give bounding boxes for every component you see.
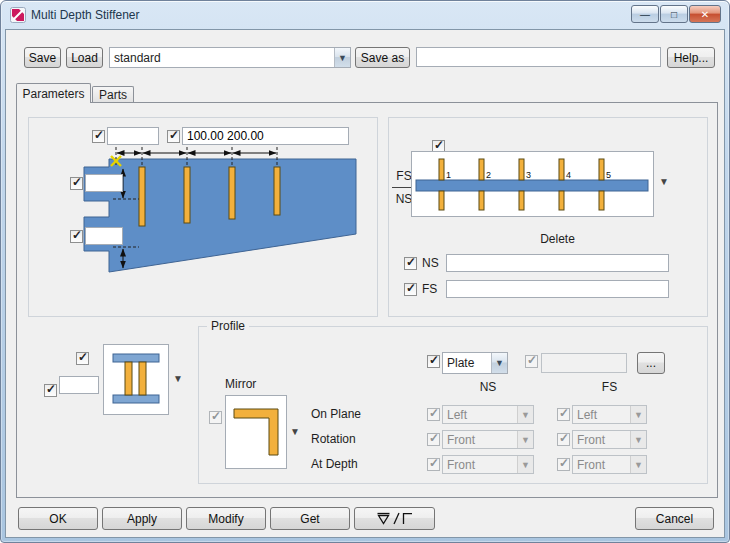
browse-profile-button[interactable]: ... bbox=[637, 352, 665, 374]
mirror-shape-diagram bbox=[226, 396, 286, 468]
profile-type-combobox[interactable]: Plate ▼ bbox=[442, 352, 508, 374]
ns-at-depth-combobox: Front ▼ bbox=[442, 455, 534, 474]
fs-on-plane-combobox: Left ▼ bbox=[572, 405, 647, 424]
fs-at-depth-value: Front bbox=[573, 458, 630, 472]
chevron-down-icon: ▼ bbox=[517, 456, 533, 473]
delete-title: Delete bbox=[446, 232, 669, 246]
stiffener-number-labels: 1 2 3 4 5 bbox=[446, 170, 611, 180]
chevron-down-icon: ▼ bbox=[517, 431, 533, 448]
save-button[interactable]: Save bbox=[24, 47, 61, 68]
top-offset-input[interactable] bbox=[85, 174, 123, 192]
apply-button[interactable]: Apply bbox=[102, 507, 182, 530]
chevron-down-icon: ▼ bbox=[517, 406, 533, 423]
top-offset-checkbox[interactable] bbox=[70, 177, 83, 190]
save-as-button[interactable]: Save as bbox=[355, 47, 410, 68]
profile-type-value: Plate bbox=[443, 356, 491, 370]
dialog-window: Multi Depth Stiffener — □ ✕ Save Load st… bbox=[0, 0, 730, 543]
on-plane-label: On Plane bbox=[311, 407, 361, 421]
toggle-fields-button[interactable] bbox=[354, 507, 435, 530]
side-pattern-diagram: 1 2 3 4 5 bbox=[412, 152, 653, 216]
delete-ns-checkbox[interactable] bbox=[404, 257, 417, 270]
rotation-label: Rotation bbox=[311, 432, 356, 446]
dialog-client-area: Save Load standard ▼ Save as Help... Par… bbox=[5, 29, 725, 538]
app-icon bbox=[10, 7, 26, 23]
profile-name-checkbox bbox=[525, 355, 538, 368]
delete-ns-label: NS bbox=[422, 256, 439, 270]
bottom-offset-input[interactable] bbox=[85, 227, 123, 245]
delete-ns-input[interactable] bbox=[446, 254, 669, 272]
spacing-input[interactable] bbox=[182, 127, 349, 145]
ns-column-header: NS bbox=[442, 380, 534, 394]
save-as-input[interactable] bbox=[416, 47, 661, 67]
ns-on-plane-value: Left bbox=[443, 408, 517, 422]
preset-combobox[interactable]: standard ▼ bbox=[109, 47, 351, 68]
delete-fs-input[interactable] bbox=[446, 280, 669, 298]
side-pattern-picker[interactable]: 1 2 3 4 5 bbox=[411, 151, 654, 217]
bar-shape bbox=[416, 180, 648, 191]
profile-group-title: Profile bbox=[207, 319, 249, 333]
cancel-button[interactable]: Cancel bbox=[635, 507, 714, 530]
profile-type-checkbox[interactable] bbox=[427, 355, 440, 368]
svg-text:2: 2 bbox=[486, 170, 491, 180]
close-button[interactable]: ✕ bbox=[689, 5, 721, 23]
ns-on-plane-checkbox bbox=[427, 408, 440, 421]
count-checkbox[interactable] bbox=[92, 130, 105, 143]
sides-group: FS NS 1 bbox=[388, 117, 708, 317]
tab-parts-label: Parts bbox=[99, 88, 127, 102]
ok-button[interactable]: OK bbox=[18, 507, 98, 530]
fs-on-plane-checkbox bbox=[557, 408, 570, 421]
maximize-button[interactable]: □ bbox=[660, 5, 688, 23]
delete-fs-label: FS bbox=[422, 282, 437, 296]
load-button[interactable]: Load bbox=[66, 47, 103, 68]
chevron-down-icon: ▼ bbox=[630, 431, 646, 448]
svg-text:5: 5 bbox=[606, 170, 611, 180]
svg-text:3: 3 bbox=[526, 170, 531, 180]
ns-rotation-value: Front bbox=[443, 433, 517, 447]
maximize-icon: □ bbox=[671, 9, 677, 20]
close-icon: ✕ bbox=[701, 9, 709, 20]
count-input[interactable] bbox=[107, 127, 159, 145]
profile-size-checkbox[interactable] bbox=[44, 384, 57, 397]
window-title: Multi Depth Stiffener bbox=[31, 8, 140, 22]
help-button[interactable]: Help... bbox=[667, 47, 715, 68]
chevron-down-icon[interactable]: ▼ bbox=[334, 48, 350, 67]
minimize-button[interactable]: — bbox=[631, 5, 659, 23]
profile-picture-checkbox[interactable] bbox=[76, 352, 89, 365]
chevron-down-icon: ▼ bbox=[630, 456, 646, 473]
fs-rotation-checkbox bbox=[557, 433, 570, 446]
spacing-checkbox[interactable] bbox=[167, 130, 180, 143]
chevron-down-icon: ▼ bbox=[630, 406, 646, 423]
parameters-panel: FS NS 1 bbox=[16, 102, 718, 498]
geometry-group bbox=[28, 117, 378, 317]
ns-on-plane-combobox: Left ▼ bbox=[442, 405, 534, 424]
svg-text:4: 4 bbox=[566, 170, 571, 180]
ns-at-depth-checkbox bbox=[427, 458, 440, 471]
chevron-down-icon[interactable]: ▼ bbox=[173, 373, 183, 384]
modify-button[interactable]: Modify bbox=[186, 507, 266, 530]
field-switch-toggle-icon bbox=[377, 512, 413, 525]
fs-at-depth-combobox: Front ▼ bbox=[572, 455, 647, 474]
delete-fs-checkbox[interactable] bbox=[404, 283, 417, 296]
plate-shape bbox=[84, 159, 356, 272]
profile-shape-picker[interactable] bbox=[103, 344, 169, 415]
tab-parameters[interactable]: Parameters bbox=[16, 83, 91, 103]
profile-shape-diagram bbox=[104, 345, 168, 414]
svg-text:1: 1 bbox=[446, 170, 451, 180]
profile-size-input[interactable] bbox=[59, 376, 99, 394]
mirror-shape-picker[interactable] bbox=[225, 395, 287, 469]
mirror-label: Mirror bbox=[225, 377, 256, 391]
tab-parts[interactable]: Parts bbox=[92, 86, 134, 102]
chevron-down-icon[interactable]: ▼ bbox=[290, 426, 300, 437]
get-button[interactable]: Get bbox=[270, 507, 350, 530]
minimize-icon: — bbox=[640, 9, 650, 20]
ns-at-depth-value: Front bbox=[443, 458, 517, 472]
profile-name-input bbox=[541, 353, 627, 373]
title-bar[interactable]: Multi Depth Stiffener — □ ✕ bbox=[1, 1, 729, 29]
preset-value: standard bbox=[110, 51, 334, 65]
ns-rotation-checkbox bbox=[427, 433, 440, 446]
bottom-offset-checkbox[interactable] bbox=[70, 230, 83, 243]
chevron-down-icon[interactable]: ▼ bbox=[491, 353, 507, 373]
fs-on-plane-value: Left bbox=[573, 408, 630, 422]
profile-group: Profile Mirror ▼ On Plane Rotation At De… bbox=[198, 326, 708, 484]
chevron-down-icon[interactable]: ▼ bbox=[659, 176, 669, 187]
